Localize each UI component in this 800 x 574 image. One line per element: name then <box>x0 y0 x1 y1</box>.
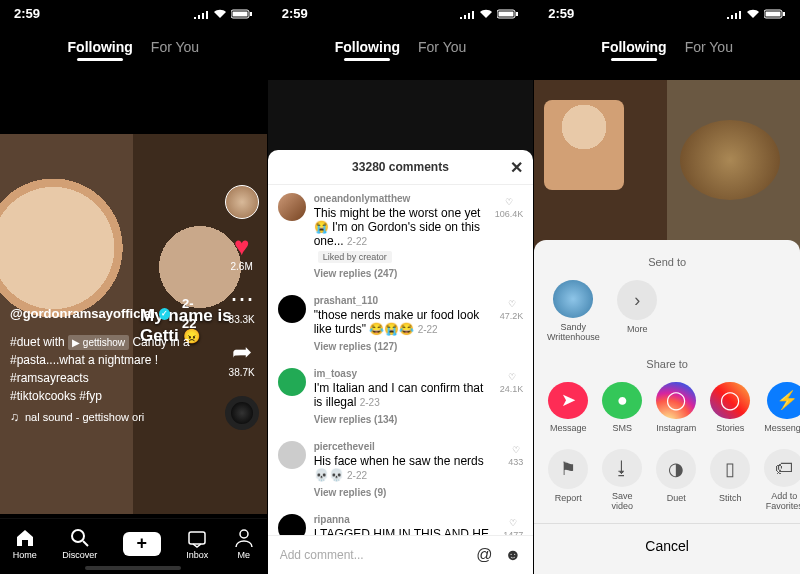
actions-row: ⚑Report ⭳Save video ◑Duet ▯Stitch 🏷Add t… <box>534 445 800 523</box>
feed-tabs: Following For You <box>534 23 800 63</box>
comment-item[interactable]: piercetheveil His face when he saw the n… <box>268 433 534 506</box>
like-comment[interactable]: ♡24.1K <box>500 368 524 425</box>
svg-rect-11 <box>783 12 785 16</box>
avatar[interactable] <box>278 514 306 535</box>
home-indicator <box>85 566 181 570</box>
comment-count: 33.3K <box>229 314 255 325</box>
share-icon: ➦ <box>229 339 255 365</box>
comment-user[interactable]: im_toasy <box>314 368 492 379</box>
plus-icon: + <box>123 532 161 556</box>
signal-icon <box>193 9 209 19</box>
creator-avatar[interactable] <box>225 185 259 219</box>
comments-count: 33280 comments <box>352 160 449 174</box>
svg-rect-4 <box>189 532 205 544</box>
share-sms[interactable]: ●SMS <box>602 382 642 434</box>
action-duet[interactable]: ◑Duet <box>656 449 696 511</box>
share-messenger[interactable]: ⚡Messenger <box>764 382 800 434</box>
tab-foryou[interactable]: For You <box>151 39 199 55</box>
action-save[interactable]: ⭳Save video <box>602 449 642 511</box>
contact-avatar <box>553 280 593 318</box>
caption-line-1: #duet with ▶ gettishow Candy in a <box>10 333 207 351</box>
phone-feed: 2:59 Following For You My name is Getti … <box>0 0 267 574</box>
action-favorite[interactable]: 🏷Add to Favorites <box>764 449 800 511</box>
bookmark-icon: 🏷 <box>764 449 800 487</box>
comments-list[interactable]: oneandonlymatthew This might be the wors… <box>268 185 534 535</box>
heart-icon: ♡ <box>512 445 520 455</box>
tab-following[interactable]: Following <box>601 39 666 55</box>
avatar[interactable] <box>278 368 306 396</box>
tab-following[interactable]: Following <box>335 39 400 55</box>
avatar[interactable] <box>278 441 306 469</box>
wifi-icon <box>746 9 760 19</box>
flag-icon: ⚑ <box>548 449 588 489</box>
like-comment[interactable]: ♡1477 <box>503 514 523 535</box>
like-button[interactable]: ♥ 2.6M <box>229 233 255 272</box>
view-replies[interactable]: View replies (127) <box>314 341 492 352</box>
send-icon: ➤ <box>548 382 588 420</box>
nav-create[interactable]: + <box>123 532 161 556</box>
avatar[interactable] <box>278 193 306 221</box>
instagram-icon: ◯ <box>656 382 696 420</box>
duet-icon: ◑ <box>656 449 696 489</box>
heart-icon: ♡ <box>508 299 516 309</box>
heart-icon: ♥ <box>229 233 255 259</box>
share-button[interactable]: ➦ 38.7K <box>229 339 255 378</box>
heart-icon: ♡ <box>509 518 517 528</box>
post-date: 2-22 <box>182 294 207 333</box>
tab-foryou[interactable]: For You <box>418 39 466 55</box>
signal-icon <box>459 9 475 19</box>
tab-foryou[interactable]: For You <box>685 39 733 55</box>
comment-user[interactable]: ripanna <box>314 514 496 525</box>
action-report[interactable]: ⚑Report <box>548 449 588 511</box>
share-message[interactable]: ➤Message <box>548 382 588 434</box>
share-more[interactable]: ›More <box>612 280 662 342</box>
duet-chip[interactable]: ▶ gettishow <box>68 335 129 350</box>
sound-row[interactable]: ♫ nal sound - gettishow ori <box>10 408 207 426</box>
sound-disc[interactable] <box>225 396 259 430</box>
comments-header: 33280 comments ✕ <box>268 150 534 185</box>
svg-rect-10 <box>765 11 780 16</box>
share-contact[interactable]: Sandy Writtenhouse <box>548 280 598 342</box>
comment-item[interactable]: im_toasy I'm Italian and I can confirm t… <box>268 360 534 433</box>
nav-me[interactable]: Me <box>234 528 254 560</box>
comment-item[interactable]: ripanna I TAGGED HIM IN THIS AND HE MADE… <box>268 506 534 535</box>
tab-following[interactable]: Following <box>68 39 133 55</box>
action-stitch[interactable]: ▯Stitch <box>710 449 750 511</box>
video-feed[interactable]: My name is Getti 😠 ♥ 2.6M ⋯ 33.3K ➦ 38.7… <box>0 110 267 514</box>
comment-item[interactable]: prashant_110 "those nerds make ur food l… <box>268 287 534 360</box>
share-to-label: Share to <box>534 354 800 378</box>
view-replies[interactable]: View replies (247) <box>314 268 487 279</box>
share-stories[interactable]: ◯Stories <box>710 382 750 434</box>
caption-line-3: #tiktokcooks #fyp <box>10 387 207 405</box>
sound-name: nal sound - gettishow ori <box>25 409 144 426</box>
username-row[interactable]: @gordonramsayofficial ✓ · 2-22 <box>10 294 207 333</box>
comment-text: His face when he saw the nerds 💀💀 2-22 <box>314 454 501 482</box>
comment-user[interactable]: prashant_110 <box>314 295 492 306</box>
like-comment[interactable]: ♡47.2K <box>500 295 524 352</box>
mention-icon[interactable]: @ <box>476 546 492 564</box>
comment-user[interactable]: piercetheveil <box>314 441 501 452</box>
svg-point-5 <box>240 530 248 538</box>
add-comment-row[interactable]: Add comment... @ ☻ <box>268 535 534 574</box>
wifi-icon <box>479 9 493 19</box>
comment-item[interactable]: oneandonlymatthew This might be the wors… <box>268 185 534 287</box>
comments-button[interactable]: ⋯ 33.3K <box>229 286 255 325</box>
share-instagram[interactable]: ◯Instagram <box>656 382 696 434</box>
comment-user[interactable]: oneandonlymatthew <box>314 193 487 204</box>
like-comment[interactable]: ♡106.4K <box>495 193 524 279</box>
nav-home[interactable]: Home <box>13 528 37 560</box>
status-icons <box>726 9 786 19</box>
nav-inbox[interactable]: Inbox <box>186 528 208 560</box>
cancel-button[interactable]: Cancel <box>534 523 800 574</box>
video-meta: @gordonramsayofficial ✓ · 2-22 #duet wit… <box>10 294 207 426</box>
view-replies[interactable]: View replies (9) <box>314 487 501 498</box>
close-icon[interactable]: ✕ <box>510 158 523 177</box>
status-icons <box>193 9 253 19</box>
nav-discover[interactable]: Discover <box>62 528 97 560</box>
action-rail: ♥ 2.6M ⋯ 33.3K ➦ 38.7K <box>225 185 259 430</box>
like-comment[interactable]: ♡433 <box>508 441 523 498</box>
emoji-icon[interactable]: ☻ <box>504 546 521 564</box>
clock: 2:59 <box>282 6 308 21</box>
view-replies[interactable]: View replies (134) <box>314 414 492 425</box>
avatar[interactable] <box>278 295 306 323</box>
